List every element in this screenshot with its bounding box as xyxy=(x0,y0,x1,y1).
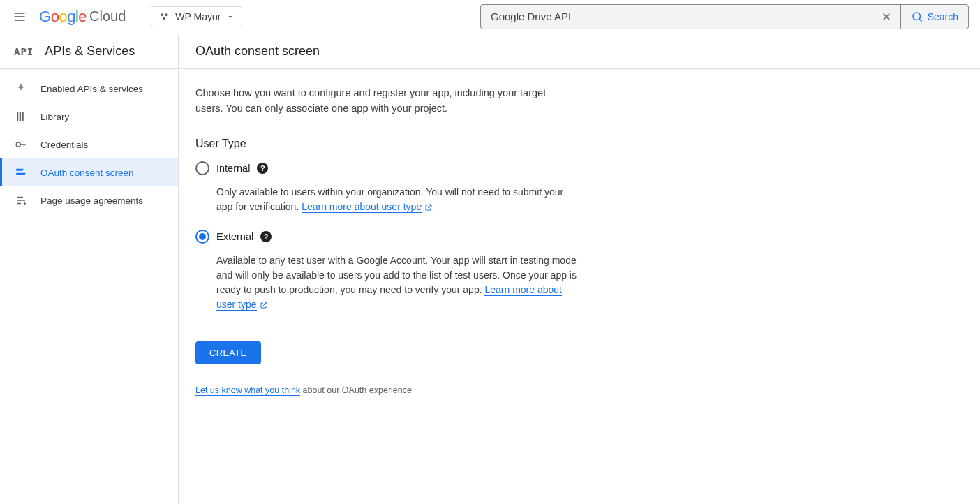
shell: API APIs & Services Enabled APIs & servi… xyxy=(0,34,980,504)
library-icon xyxy=(14,110,28,124)
sidebar-item-label: Page usage agreements xyxy=(40,195,143,206)
search-button[interactable]: Search xyxy=(901,5,968,29)
learn-more-link-internal[interactable]: Learn more about user type xyxy=(302,201,422,213)
enabled-apis-icon xyxy=(14,82,28,96)
svg-point-13 xyxy=(16,142,20,147)
caret-down-icon xyxy=(226,13,235,21)
sidebar-item-page-usage[interactable]: Page usage agreements xyxy=(0,186,178,214)
search-bar: Search xyxy=(480,4,969,29)
radio-desc-internal: Only available to users within your orga… xyxy=(216,185,579,214)
feedback-rest: about our OAuth experience xyxy=(300,385,412,395)
main: OAuth consent screen Choose how you want… xyxy=(179,34,980,504)
key-icon xyxy=(14,138,28,151)
svg-rect-12 xyxy=(22,112,24,121)
svg-point-4 xyxy=(165,13,168,16)
content: Choose how you want to configure and reg… xyxy=(179,69,751,412)
help-icon[interactable]: ? xyxy=(257,163,268,174)
menu-icon[interactable] xyxy=(11,8,28,25)
search-button-label: Search xyxy=(928,11,958,22)
external-link-icon xyxy=(260,301,268,309)
section-title-user-type: User Type xyxy=(195,138,734,150)
sidebar-item-label: Credentials xyxy=(40,140,88,150)
svg-line-9 xyxy=(919,19,921,21)
radio-row-internal[interactable]: Internal ? xyxy=(195,161,734,175)
create-button[interactable]: CREATE xyxy=(195,341,261,364)
svg-rect-11 xyxy=(20,112,21,121)
svg-point-3 xyxy=(161,13,164,16)
main-header: OAuth consent screen xyxy=(179,34,980,69)
project-picker[interactable]: WP Mayor xyxy=(151,6,242,27)
radio-internal[interactable] xyxy=(195,161,209,175)
sidebar-item-credentials[interactable]: Credentials xyxy=(0,131,178,158)
sidebar-item-oauth-consent[interactable]: OAuth consent screen xyxy=(0,158,178,186)
help-icon[interactable]: ? xyxy=(260,231,272,242)
topbar: Google Cloud WP Mayor Search xyxy=(0,0,980,34)
sidebar: API APIs & Services Enabled APIs & servi… xyxy=(0,34,179,504)
sidebar-item-label: OAuth consent screen xyxy=(40,168,134,178)
svg-point-8 xyxy=(913,13,921,20)
search-input[interactable] xyxy=(481,5,873,29)
external-link-icon xyxy=(424,203,433,212)
project-name: WP Mayor xyxy=(175,11,221,22)
radio-desc-external: Available to any test user with a Google… xyxy=(216,253,579,312)
radio-label-external: External xyxy=(216,231,253,242)
svg-rect-10 xyxy=(17,112,18,121)
sidebar-item-label: Library xyxy=(40,112,69,122)
agreements-icon xyxy=(14,193,28,207)
radio-row-external[interactable]: External ? xyxy=(195,230,734,244)
svg-point-5 xyxy=(163,17,165,20)
svg-point-19 xyxy=(24,202,26,205)
sidebar-item-library[interactable]: Library xyxy=(0,103,178,131)
page-title: OAuth consent screen xyxy=(195,44,963,59)
sidebar-title: APIs & Services xyxy=(45,44,135,59)
sidebar-item-label: Enabled APIs & services xyxy=(40,84,143,94)
sidebar-nav: Enabled APIs & services Library Credenti… xyxy=(0,69,178,214)
api-mark: API xyxy=(14,46,34,57)
clear-search-button[interactable] xyxy=(873,5,900,29)
sidebar-header[interactable]: API APIs & Services xyxy=(0,34,178,69)
radio-label-internal: Internal xyxy=(216,163,250,174)
radio-external[interactable] xyxy=(195,230,209,244)
feedback-link[interactable]: Let us know what you think xyxy=(195,385,300,396)
sidebar-item-enabled-apis[interactable]: Enabled APIs & services xyxy=(0,75,178,103)
consent-icon xyxy=(14,165,28,179)
feedback-line: Let us know what you think about our OAu… xyxy=(195,385,734,395)
project-icon xyxy=(158,11,170,22)
cloud-text: Cloud xyxy=(89,8,126,24)
search-icon xyxy=(911,10,923,23)
page-intro: Choose how you want to configure and reg… xyxy=(195,86,558,117)
google-cloud-logo[interactable]: Google Cloud xyxy=(39,8,126,26)
